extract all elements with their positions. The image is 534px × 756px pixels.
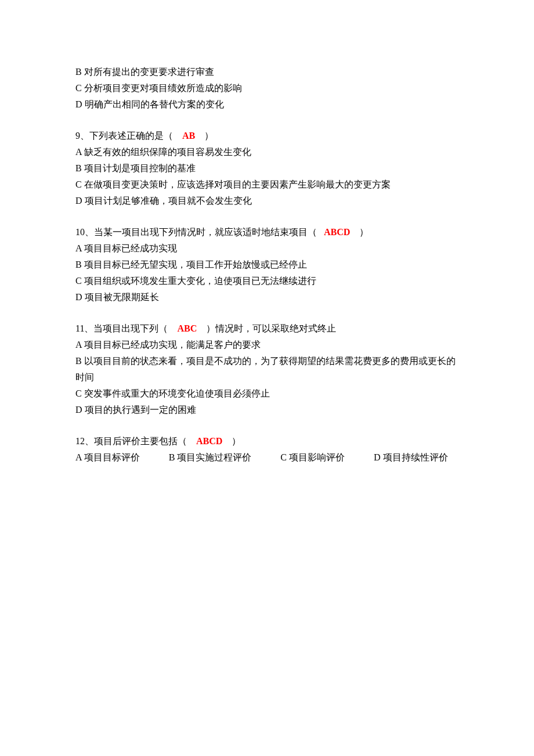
option-c: C 项目组织或环境发生重大变化，迫使项目已无法继续进行 — [75, 273, 459, 289]
question-12: 12、项目后评价主要包括（ ABCD ） A 项目目标评价 B 项目实施过程评价… — [75, 433, 459, 466]
question-8-tail: B 对所有提出的变更要求进行审查 C 分析项目变更对项目绩效所造成的影响 D 明… — [75, 64, 459, 113]
option-d: D 项目的执行遇到一定的困难 — [75, 402, 459, 418]
question-stem: 11、当项目出现下列（ ABC ）情况时，可以采取绝对式终止 — [75, 321, 459, 337]
option-d: D 项目被无限期延长 — [75, 289, 459, 305]
question-11: 11、当项目出现下列（ ABC ）情况时，可以采取绝对式终止 A 项目目标已经成… — [75, 321, 459, 418]
question-stem: 10、当某一项目出现下列情况时，就应该适时地结束项目（ ABCD ） — [75, 224, 459, 240]
stem-text-pre: 11、当项目出现下列（ — [75, 323, 168, 333]
stem-text-pre: 10、当某一项目出现下列情况时，就应该适时地结束项目（ — [75, 227, 317, 237]
stem-text-post: ） — [359, 227, 369, 237]
options-row: A 项目目标评价 B 项目实施过程评价 C 项目影响评价 D 项目持续性评价 — [75, 449, 459, 466]
option-d: D 项目计划足够准确，项目就不会发生变化 — [75, 193, 459, 209]
option-a: A 缺乏有效的组织保障的项目容易发生变化 — [75, 144, 459, 160]
option-d: D 明确产出相同的各替代方案的变化 — [75, 96, 459, 113]
answer-text: AB — [182, 131, 195, 141]
option-b: B 项目计划是项目控制的基准 — [75, 160, 459, 177]
answer-text: ABC — [177, 323, 197, 333]
option-a: A 项目目标已经成功实现，能满足客户的要求 — [75, 337, 459, 353]
question-stem: 9、下列表述正确的是（ AB ） — [75, 128, 459, 144]
stem-text-pre: 12、项目后评价主要包括（ — [75, 436, 187, 446]
option-a: A 项目目标已经成功实现 — [75, 240, 459, 257]
option-c: C 突发事件或重大的环境变化迫使项目必须停止 — [75, 386, 459, 402]
stem-text-post: ） — [232, 436, 241, 446]
answer-text: ABCD — [324, 227, 350, 237]
option-a: A 项目目标评价 — [75, 449, 140, 466]
question-stem: 12、项目后评价主要包括（ ABCD ） — [75, 433, 459, 449]
stem-text-post: ） — [204, 131, 214, 141]
option-b: B 以项目目前的状态来看，项目是不成功的，为了获得期望的结果需花费更多的费用或更… — [75, 353, 459, 386]
option-b: B 项目实施过程评价 — [169, 449, 252, 466]
question-10: 10、当某一项目出现下列情况时，就应该适时地结束项目（ ABCD ） A 项目目… — [75, 224, 459, 305]
option-c: C 项目影响评价 — [280, 449, 345, 466]
option-c: C 分析项目变更对项目绩效所造成的影响 — [75, 80, 459, 96]
answer-text: ABCD — [196, 436, 222, 446]
option-d: D 项目持续性评价 — [374, 449, 448, 466]
option-b: B 项目目标已经无望实现，项目工作开始放慢或已经停止 — [75, 257, 459, 273]
option-b: B 对所有提出的变更要求进行审查 — [75, 64, 459, 80]
stem-text-pre: 9、下列表述正确的是（ — [75, 131, 173, 141]
option-c: C 在做项目变更决策时，应该选择对项目的主要因素产生影响最大的变更方案 — [75, 177, 459, 193]
question-9: 9、下列表述正确的是（ AB ） A 缺乏有效的组织保障的项目容易发生变化 B … — [75, 128, 459, 209]
stem-text-post: ）情况时，可以采取绝对式终止 — [206, 323, 336, 333]
